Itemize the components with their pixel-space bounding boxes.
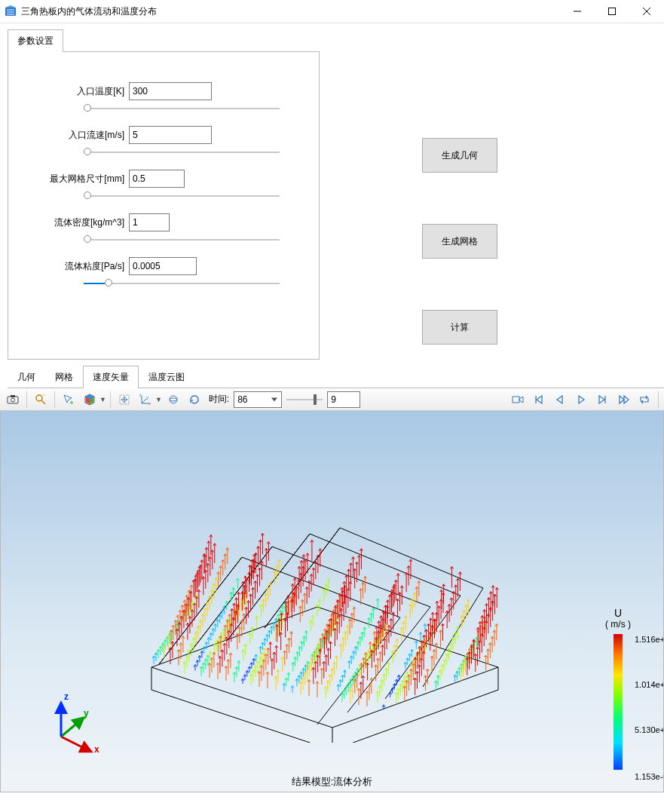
params-tabstrip: 参数设置 bbox=[8, 29, 664, 52]
svg-rect-1 bbox=[609, 8, 616, 15]
model-caption: 结果模型:流体分析 bbox=[292, 775, 373, 789]
rotate-icon[interactable] bbox=[164, 390, 183, 409]
refresh-icon[interactable] bbox=[185, 390, 204, 409]
svg-text:x: x bbox=[148, 401, 151, 406]
viewer-toolbar: ▼ zxy ▼ 时间: 86 bbox=[0, 388, 664, 411]
play-icon[interactable] bbox=[571, 390, 591, 409]
param-label: 流体粘度[Pa/s] bbox=[31, 260, 129, 273]
param-label: 入口流速[m/s] bbox=[31, 129, 129, 142]
time-label: 时间: bbox=[209, 393, 229, 406]
param-row: 入口温度[K] bbox=[31, 82, 311, 100]
legend-unit: ( m/s ) bbox=[588, 619, 648, 630]
param-input[interactable] bbox=[129, 257, 197, 275]
param-input[interactable] bbox=[129, 213, 170, 231]
skip-first-icon[interactable] bbox=[529, 390, 549, 409]
svg-line-642 bbox=[61, 737, 91, 752]
params-panel: 入口温度[K]入口流速[m/s]最大网格尺寸[mm]流体密度[kg/m^3]流体… bbox=[8, 51, 320, 360]
svg-rect-4 bbox=[11, 395, 15, 397]
param-row: 最大网格尺寸[mm] bbox=[31, 170, 311, 188]
axes-icon[interactable]: zxy bbox=[136, 390, 155, 409]
action-buttons: 生成几何 生成网格 计算 bbox=[422, 138, 497, 345]
svg-point-6 bbox=[70, 401, 73, 404]
result-tabstrip: 几何网格速度矢量温度云图 bbox=[8, 366, 664, 388]
app-icon bbox=[5, 5, 17, 17]
svg-point-12 bbox=[170, 398, 177, 401]
svg-point-3 bbox=[11, 398, 15, 402]
time-slider[interactable] bbox=[286, 393, 323, 406]
param-input[interactable] bbox=[129, 82, 212, 100]
generate-geometry-button[interactable]: 生成几何 bbox=[422, 138, 497, 173]
param-row: 流体密度[kg/m^3] bbox=[31, 213, 311, 231]
screenshot-icon[interactable] bbox=[3, 390, 23, 409]
legend-tick: 1.014e+01 bbox=[635, 680, 664, 689]
svg-line-643 bbox=[61, 718, 84, 737]
result-tab[interactable]: 温度云图 bbox=[139, 366, 194, 388]
loop-icon[interactable] bbox=[635, 390, 654, 409]
frame-input[interactable] bbox=[327, 391, 360, 408]
param-slider[interactable] bbox=[84, 103, 280, 114]
close-button[interactable] bbox=[629, 0, 664, 23]
legend-title: U bbox=[588, 607, 648, 619]
result-tab[interactable]: 几何 bbox=[8, 366, 45, 388]
result-tab[interactable]: 速度矢量 bbox=[83, 366, 139, 388]
svg-rect-13 bbox=[513, 397, 519, 403]
legend-tick: 5.130e+00 bbox=[635, 725, 664, 734]
axis-z-label: z bbox=[64, 691, 69, 702]
param-slider[interactable] bbox=[84, 191, 280, 201]
param-label: 入口温度[K] bbox=[31, 85, 129, 98]
svg-text:y: y bbox=[146, 395, 148, 400]
compute-button[interactable]: 计算 bbox=[422, 310, 497, 345]
time-combo[interactable]: 86 bbox=[234, 391, 282, 408]
zoom-reset-icon[interactable] bbox=[31, 390, 50, 409]
param-row: 流体粘度[Pa/s] bbox=[31, 257, 311, 275]
axis-x-label: x bbox=[94, 744, 99, 755]
color-cube-icon[interactable] bbox=[80, 390, 99, 409]
titlebar: 三角热板内的气体流动和温度分布 bbox=[0, 0, 664, 23]
maximize-button[interactable] bbox=[595, 0, 629, 23]
svg-point-11 bbox=[170, 396, 177, 403]
param-slider[interactable] bbox=[84, 234, 280, 245]
svg-text:z: z bbox=[139, 394, 142, 397]
param-label: 最大网格尺寸[mm] bbox=[31, 173, 129, 185]
generate-mesh-button[interactable]: 生成网格 bbox=[422, 224, 497, 259]
time-value: 86 bbox=[237, 394, 247, 405]
param-input[interactable] bbox=[129, 126, 212, 144]
result-tab[interactable]: 网格 bbox=[45, 366, 83, 388]
axis-y-label: y bbox=[84, 708, 89, 719]
move-icon[interactable] bbox=[115, 390, 134, 409]
param-slider[interactable] bbox=[84, 147, 280, 158]
legend-tick: 1.153e-01 bbox=[635, 772, 664, 781]
svg-rect-2 bbox=[8, 397, 18, 403]
param-row: 入口流速[m/s] bbox=[31, 126, 311, 144]
legend-tick: 1.516e+01 bbox=[635, 635, 664, 644]
svg-point-5 bbox=[36, 395, 42, 401]
legend-colorbar bbox=[614, 634, 623, 770]
axis-triad: x y z bbox=[46, 691, 114, 761]
param-slider[interactable] bbox=[84, 278, 280, 289]
skip-last-icon[interactable] bbox=[614, 390, 633, 409]
window-controls bbox=[560, 0, 664, 23]
param-label: 流体密度[kg/m^3] bbox=[31, 216, 129, 229]
velocity-vector-model bbox=[106, 456, 528, 743]
minimize-button[interactable] bbox=[560, 0, 595, 23]
select-icon[interactable] bbox=[59, 390, 78, 409]
step-forward-icon[interactable] bbox=[592, 390, 612, 409]
param-input[interactable] bbox=[129, 170, 185, 188]
result-viewport[interactable]: x y z U ( m/s ) 1.516e+01 1.014e+01 5.13… bbox=[0, 411, 664, 792]
record-icon[interactable] bbox=[508, 390, 528, 409]
tab-params[interactable]: 参数设置 bbox=[8, 29, 63, 52]
window-title: 三角热板内的气体流动和温度分布 bbox=[21, 5, 560, 18]
step-back-icon[interactable] bbox=[550, 390, 570, 409]
